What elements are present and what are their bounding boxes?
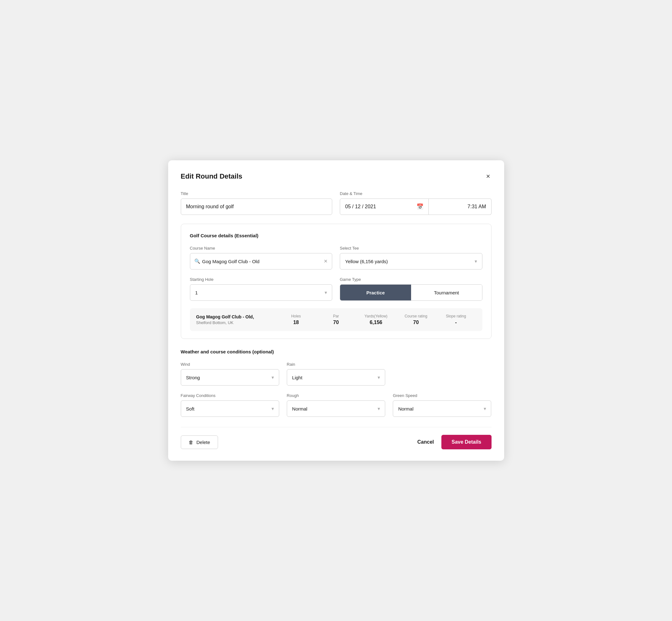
rain-dropdown[interactable]: Light bbox=[287, 369, 385, 385]
time-input[interactable]: 7:31 AM bbox=[429, 199, 491, 215]
holes-stat: Holes 18 bbox=[276, 314, 316, 325]
course-rating-label: Course rating bbox=[396, 314, 436, 318]
footer-row: 🗑 Delete Cancel Save Details bbox=[181, 427, 492, 449]
tournament-button[interactable]: Tournament bbox=[411, 285, 482, 300]
date-value: 05 / 12 / 2021 bbox=[345, 204, 376, 210]
starting-hole-field: Starting Hole 1 ▼ bbox=[190, 277, 333, 301]
wind-dropdown[interactable]: Strong bbox=[181, 369, 279, 385]
clear-icon[interactable]: ✕ bbox=[324, 258, 328, 264]
holes-value: 18 bbox=[276, 320, 316, 325]
course-search-wrap: 🔍 ✕ bbox=[190, 253, 333, 270]
wind-rain-row: Wind Strong ▼ Rain Light ▼ bbox=[181, 362, 492, 385]
rain-field: Rain Light ▼ bbox=[287, 362, 385, 385]
select-tee-wrap: Yellow (6,156 yards) ▼ bbox=[340, 253, 482, 270]
rain-wrap: Light ▼ bbox=[287, 369, 385, 385]
course-rating-stat: Course rating 70 bbox=[396, 314, 436, 325]
par-label: Par bbox=[316, 314, 356, 318]
rough-field: Rough Normal ▼ bbox=[287, 393, 385, 417]
course-name-tee-row: Course Name 🔍 ✕ Select Tee Yellow (6,156… bbox=[190, 246, 482, 270]
cancel-button[interactable]: Cancel bbox=[417, 439, 434, 445]
modal-header: Edit Round Details × bbox=[181, 172, 492, 181]
course-info-name: Gog Magog Golf Club - Old, Shelford Bott… bbox=[196, 314, 276, 325]
yards-label: Yards(Yellow) bbox=[356, 314, 396, 318]
fairway-rough-green-row: Fairway Conditions Soft ▼ Rough Normal ▼ bbox=[181, 393, 492, 417]
course-rating-value: 70 bbox=[396, 320, 436, 325]
weather-section: Weather and course conditions (optional)… bbox=[181, 349, 492, 417]
game-type-toggle: Practice Tournament bbox=[340, 284, 482, 301]
green-speed-field: Green Speed Normal ▼ bbox=[393, 393, 491, 417]
modal-title: Edit Round Details bbox=[181, 172, 243, 180]
par-stat: Par 70 bbox=[316, 314, 356, 325]
game-type-field: Game Type Practice Tournament bbox=[340, 277, 482, 301]
slope-rating-label: Slope rating bbox=[436, 314, 476, 318]
delete-label: Delete bbox=[197, 440, 210, 445]
rain-label: Rain bbox=[287, 362, 385, 367]
search-icon: 🔍 bbox=[194, 258, 200, 264]
course-location: Shelford Bottom, UK bbox=[196, 320, 276, 325]
slope-rating-value: - bbox=[436, 320, 476, 325]
date-time-label: Date & Time bbox=[340, 191, 492, 196]
wind-label: Wind bbox=[181, 362, 279, 367]
select-tee-label: Select Tee bbox=[340, 246, 482, 251]
course-name-label: Course Name bbox=[190, 246, 333, 251]
select-tee-dropdown[interactable]: Yellow (6,156 yards) bbox=[340, 253, 482, 270]
date-input[interactable]: 05 / 12 / 2021 📅 bbox=[340, 199, 429, 215]
delete-button[interactable]: 🗑 Delete bbox=[181, 436, 218, 449]
calendar-icon: 📅 bbox=[416, 203, 423, 210]
game-type-label: Game Type bbox=[340, 277, 482, 282]
slope-rating-stat: Slope rating - bbox=[436, 314, 476, 325]
title-date-row: Title Date & Time 05 / 12 / 2021 📅 7:31 … bbox=[181, 191, 492, 215]
title-input[interactable] bbox=[181, 199, 333, 215]
yards-stat: Yards(Yellow) 6,156 bbox=[356, 314, 396, 325]
course-name-field: Course Name 🔍 ✕ bbox=[190, 246, 333, 270]
rough-dropdown[interactable]: Normal bbox=[287, 401, 385, 417]
green-speed-wrap: Normal ▼ bbox=[393, 401, 491, 417]
golf-course-section: Golf Course details (Essential) Course N… bbox=[181, 224, 492, 339]
green-speed-dropdown[interactable]: Normal bbox=[393, 401, 491, 417]
course-name-display: Gog Magog Golf Club - Old, bbox=[196, 314, 276, 319]
wind-field: Wind Strong ▼ bbox=[181, 362, 279, 385]
course-info-box: Gog Magog Golf Club - Old, Shelford Bott… bbox=[190, 308, 482, 331]
holes-label: Holes bbox=[276, 314, 316, 318]
save-button[interactable]: Save Details bbox=[442, 435, 491, 449]
edit-round-modal: Edit Round Details × Title Date & Time 0… bbox=[168, 160, 504, 461]
title-field-wrap: Title bbox=[181, 191, 333, 215]
fairway-dropdown[interactable]: Soft bbox=[181, 401, 279, 417]
trash-icon: 🗑 bbox=[189, 440, 194, 445]
rough-wrap: Normal ▼ bbox=[287, 401, 385, 417]
close-button[interactable]: × bbox=[485, 172, 492, 181]
wind-wrap: Strong ▼ bbox=[181, 369, 279, 385]
starting-hole-label: Starting Hole bbox=[190, 277, 333, 282]
time-value: 7:31 AM bbox=[468, 204, 486, 210]
date-time-wrap: Date & Time 05 / 12 / 2021 📅 7:31 AM bbox=[340, 191, 492, 215]
practice-button[interactable]: Practice bbox=[340, 285, 411, 300]
weather-title: Weather and course conditions (optional) bbox=[181, 349, 492, 355]
title-label: Title bbox=[181, 191, 333, 196]
starting-hole-dropdown[interactable]: 1 bbox=[190, 284, 333, 301]
par-value: 70 bbox=[316, 320, 356, 325]
starting-hole-game-type-row: Starting Hole 1 ▼ Game Type Practice Tou… bbox=[190, 277, 482, 301]
date-time-inputs: 05 / 12 / 2021 📅 7:31 AM bbox=[340, 199, 492, 215]
footer-right: Cancel Save Details bbox=[417, 435, 492, 449]
yards-value: 6,156 bbox=[356, 320, 396, 325]
starting-hole-wrap: 1 ▼ bbox=[190, 284, 333, 301]
rough-label: Rough bbox=[287, 393, 385, 398]
fairway-label: Fairway Conditions bbox=[181, 393, 279, 398]
course-search-input[interactable] bbox=[190, 253, 333, 270]
fairway-field: Fairway Conditions Soft ▼ bbox=[181, 393, 279, 417]
green-speed-label: Green Speed bbox=[393, 393, 491, 398]
fairway-wrap: Soft ▼ bbox=[181, 401, 279, 417]
golf-section-title: Golf Course details (Essential) bbox=[190, 233, 482, 238]
select-tee-field: Select Tee Yellow (6,156 yards) ▼ bbox=[340, 246, 482, 270]
